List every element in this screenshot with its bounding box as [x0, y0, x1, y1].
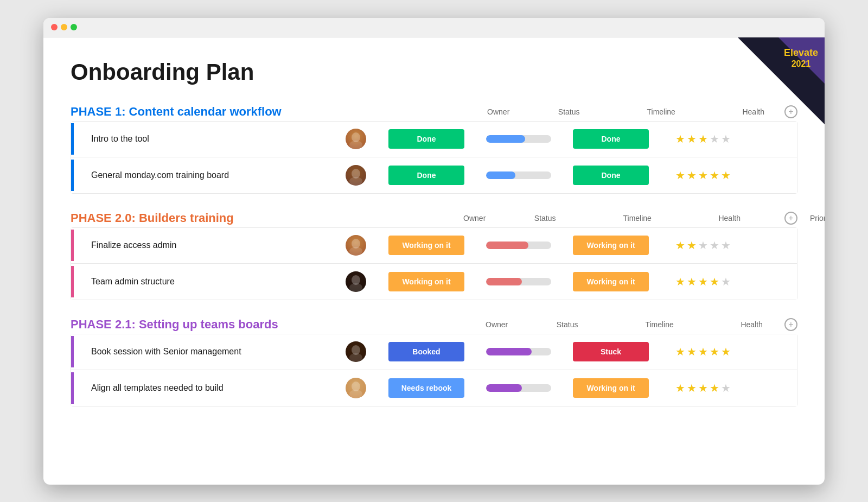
- health-cell[interactable]: Working on it: [565, 272, 657, 291]
- svg-point-7: [349, 177, 362, 186]
- health-badge[interactable]: Working on it: [573, 378, 649, 398]
- timeline-bar: [486, 348, 551, 355]
- star-filled-icon[interactable]: ★: [687, 345, 697, 358]
- star-filled-icon[interactable]: ★: [698, 275, 708, 288]
- avatar: [346, 378, 366, 398]
- timeline-bar: [486, 135, 551, 143]
- priority-cell[interactable]: ★★★★★: [657, 132, 749, 145]
- avatar: [346, 235, 366, 256]
- status-badge[interactable]: Working on it: [388, 272, 464, 291]
- health-cell[interactable]: Working on it: [565, 378, 657, 398]
- main-content: Elevate 2021 Onboarding Plan PHASE 1: Co…: [43, 37, 825, 446]
- star-filled-icon[interactable]: ★: [675, 345, 685, 358]
- table-row: General monday.com training board DoneDo…: [71, 157, 797, 193]
- elevate-badge: Elevate 2021: [738, 37, 825, 124]
- timeline-fill: [486, 278, 522, 285]
- star-filled-icon[interactable]: ★: [687, 132, 697, 145]
- task-border-indicator: [71, 230, 74, 261]
- task-name-label: Intro to the tool: [82, 123, 158, 155]
- status-badge[interactable]: Booked: [388, 342, 464, 361]
- status-badge[interactable]: Done: [388, 129, 464, 149]
- svg-point-13: [349, 283, 362, 292]
- timeline-cell: [473, 384, 565, 392]
- star-filled-icon[interactable]: ★: [675, 275, 685, 288]
- col-header-owner: Owner: [450, 214, 499, 223]
- timeline-cell: [473, 135, 565, 143]
- owner-cell: [331, 341, 380, 362]
- status-cell[interactable]: Done: [380, 129, 473, 149]
- health-cell[interactable]: Done: [565, 166, 657, 185]
- star-empty-icon[interactable]: ★: [698, 239, 708, 252]
- timeline-cell: [473, 348, 565, 355]
- star-filled-icon[interactable]: ★: [675, 169, 685, 182]
- status-cell[interactable]: Needs rebook: [380, 378, 473, 398]
- star-filled-icon[interactable]: ★: [698, 169, 708, 182]
- add-row-button-phase21[interactable]: +: [784, 318, 797, 331]
- priority-cell[interactable]: ★★★★★: [657, 345, 749, 358]
- star-filled-icon[interactable]: ★: [710, 275, 719, 288]
- timeline-cell: [473, 242, 565, 249]
- health-badge[interactable]: Stuck: [573, 342, 649, 361]
- star-filled-icon[interactable]: ★: [675, 239, 685, 252]
- task-name-label: Finalize access admin: [82, 230, 185, 261]
- maximize-button[interactable]: [71, 24, 77, 30]
- close-button[interactable]: [51, 24, 58, 30]
- minimize-button[interactable]: [61, 24, 67, 30]
- task-border-indicator: [71, 160, 74, 191]
- star-filled-icon[interactable]: ★: [698, 345, 708, 358]
- star-filled-icon[interactable]: ★: [687, 382, 697, 395]
- task-border-indicator: [71, 336, 74, 367]
- star-empty-icon[interactable]: ★: [710, 239, 719, 252]
- owner-cell: [331, 129, 380, 149]
- health-badge[interactable]: Working on it: [573, 272, 649, 291]
- star-filled-icon[interactable]: ★: [687, 169, 697, 182]
- col-header-owner: Owner: [473, 320, 521, 329]
- status-cell[interactable]: Booked: [380, 342, 473, 361]
- star-filled-icon[interactable]: ★: [721, 169, 731, 182]
- timeline-fill: [486, 171, 515, 179]
- app-window: Elevate 2021 Onboarding Plan PHASE 1: Co…: [43, 18, 825, 485]
- badge-text: Elevate 2021: [784, 47, 818, 69]
- star-filled-icon[interactable]: ★: [698, 382, 708, 395]
- star-empty-icon[interactable]: ★: [721, 275, 731, 288]
- health-cell[interactable]: Stuck: [565, 342, 657, 361]
- star-empty-icon[interactable]: ★: [721, 239, 731, 252]
- status-cell[interactable]: Working on it: [380, 236, 473, 255]
- star-filled-icon[interactable]: ★: [710, 382, 719, 395]
- task-name-label: General monday.com training board: [82, 160, 238, 191]
- priority-cell[interactable]: ★★★★★: [657, 275, 749, 288]
- health-cell[interactable]: Working on it: [565, 236, 657, 255]
- health-cell[interactable]: Done: [565, 129, 657, 149]
- star-filled-icon[interactable]: ★: [675, 132, 685, 145]
- timeline-fill: [486, 384, 522, 392]
- status-badge[interactable]: Working on it: [388, 236, 464, 255]
- traffic-lights: [51, 24, 77, 30]
- priority-cell[interactable]: ★★★★★: [657, 169, 749, 182]
- health-badge[interactable]: Done: [573, 129, 649, 149]
- star-empty-icon[interactable]: ★: [710, 132, 719, 145]
- status-badge[interactable]: Done: [388, 166, 464, 185]
- health-badge[interactable]: Working on it: [573, 236, 649, 255]
- star-filled-icon[interactable]: ★: [675, 382, 685, 395]
- add-row-button-phase2[interactable]: +: [784, 212, 797, 225]
- task-border-indicator: [71, 372, 74, 404]
- badge-line2: 2021: [784, 59, 818, 69]
- star-filled-icon[interactable]: ★: [721, 345, 731, 358]
- star-filled-icon[interactable]: ★: [710, 169, 719, 182]
- star-filled-icon[interactable]: ★: [710, 345, 719, 358]
- priority-cell[interactable]: ★★★★★: [657, 382, 749, 395]
- star-empty-icon[interactable]: ★: [721, 132, 731, 145]
- priority-cell[interactable]: ★★★★★: [657, 239, 749, 252]
- phase-header-phase1: PHASE 1: Content calendar workflowOwnerS…: [71, 105, 797, 119]
- status-cell[interactable]: Working on it: [380, 272, 473, 291]
- star-filled-icon[interactable]: ★: [698, 132, 708, 145]
- status-badge[interactable]: Needs rebook: [388, 378, 464, 398]
- health-badge[interactable]: Done: [573, 166, 649, 185]
- col-header-status: Status: [499, 214, 591, 223]
- star-filled-icon[interactable]: ★: [687, 239, 697, 252]
- timeline-cell: [473, 278, 565, 285]
- star-empty-icon[interactable]: ★: [721, 382, 731, 395]
- star-filled-icon[interactable]: ★: [687, 275, 697, 288]
- col-headers: OwnerStatusTimelineHealthPriority: [474, 107, 592, 116]
- status-cell[interactable]: Done: [380, 166, 473, 185]
